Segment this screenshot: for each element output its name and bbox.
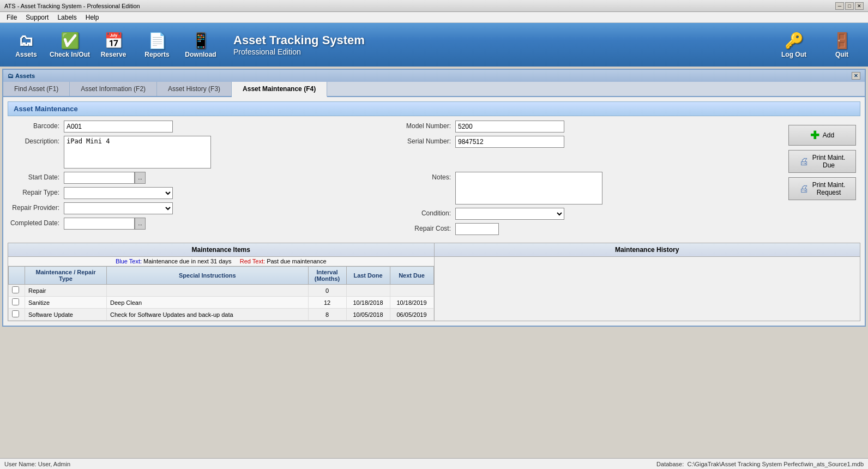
maintenance-legend: Blue Text: Maintenance due in next 31 da… [8,257,434,266]
content-area: Asset Maintenance Barcode: Model Number: [3,97,865,326]
row2-instructions-cell: Deep Clean [107,297,309,309]
logout-icon: 🔑 [785,32,804,50]
toolbar-download-button[interactable]: 📱 Download [179,25,222,64]
serial-number-row: Serial Number: [399,136,780,148]
menu-labels[interactable]: Labels [53,13,81,22]
close-button[interactable]: ✕ [855,2,864,10]
app-title: ATS - Asset Tracking System - Profession… [4,3,140,9]
maintenance-history-header: Maintenance History [435,243,860,257]
notes-row: Notes: [399,172,780,205]
start-date-input[interactable] [64,172,135,184]
condition-row: Condition: [399,208,780,220]
print-maint-due-label: Print Maint.Due [812,154,846,169]
maintenance-items-header: Maintenance Items [8,243,434,257]
minimize-button[interactable]: ─ [835,2,844,10]
tab-asset-information[interactable]: Asset Information (F2) [70,82,157,96]
window-close-button[interactable]: ✕ [852,72,860,80]
tab-find-asset[interactable]: Find Asset (F1) [3,82,70,96]
completed-date-input[interactable] [64,218,135,230]
blue-legend-label: Blue Text: [116,258,142,264]
row3-nextdue-cell: 06/05/2019 [390,309,433,321]
col-header-interval: Interval (Months) [308,267,346,285]
print-maint-due-button[interactable]: 🖨 Print Maint.Due [788,150,856,173]
completed-date-picker-button[interactable]: ... [135,218,146,230]
toolbar-logout-button[interactable]: 🔑 Log Out [772,25,816,64]
model-number-input[interactable] [455,121,564,133]
start-date-picker-button[interactable]: ... [135,172,146,184]
toolbar-quit-label: Quit [835,51,848,58]
row3-type-cell: Software Update [25,309,107,321]
form-left-1: Barcode: [8,121,388,136]
start-date-group: ... [64,172,146,184]
toolbar-reserve-label: Reserve [101,51,126,58]
barcode-input[interactable] [64,121,173,133]
toolbar-brand: Asset Tracking System Professional Editi… [233,33,365,56]
add-button[interactable]: ✚ Add [788,125,856,146]
serial-number-input[interactable] [455,136,564,148]
row1-checkbox[interactable] [12,286,19,293]
start-date-label: Start Date: [8,172,59,181]
blue-legend-desc: Maintenance due in next 31 days [143,258,231,264]
red-legend-label: Red Text: [240,258,265,264]
repair-provider-select[interactable] [64,202,173,214]
toolbar-assets-button[interactable]: 🗂 Assets [4,25,48,64]
row2-type-cell: Sanitize [25,297,107,309]
upper-content: Barcode: Model Number: [8,121,860,238]
brand-subtitle: Professional Edition [233,47,365,56]
print-maint-request-label: Print Maint.Request [812,181,846,196]
menu-file[interactable]: File [2,13,21,22]
window-title-bar: 🗂 Assets ✕ [3,70,865,82]
col-header-nextdue: Next Due [390,267,433,285]
quit-icon: 🚪 [833,32,852,50]
row3-checkbox[interactable] [12,310,19,317]
toolbar-reports-label: Reports [144,51,169,58]
notes-input[interactable] [455,172,602,205]
print-request-icon: 🖨 [799,183,809,195]
toolbar-quit-button[interactable]: 🚪 Quit [820,25,864,64]
toolbar-reserve-button[interactable]: 📅 Reserve [92,25,135,64]
toolbar-reports-button[interactable]: 📄 Reports [135,25,179,64]
row1-instructions-cell [107,285,309,297]
toolbar-logout-label: Log Out [781,51,806,58]
row3-lastdone-cell: 10/05/2018 [346,309,390,321]
repair-type-select[interactable] [64,187,173,199]
window-title: Assets [15,73,35,79]
menu-support[interactable]: Support [21,13,53,22]
reserve-icon: 📅 [104,32,123,50]
main-window: 🗂 Assets ✕ Find Asset (F1) Asset Informa… [2,69,866,327]
completed-date-row: Completed Date: ... [8,218,388,230]
form-right-2: Serial Number: [388,136,780,172]
repair-cost-input[interactable] [455,223,499,235]
tab-asset-maintenance[interactable]: Asset Maintenance (F4) [232,82,327,97]
toolbar: 🗂 Assets ✅ Check In/Out 📅 Reserve 📄 Repo… [0,23,868,67]
toolbar-checkinout-button[interactable]: ✅ Check In/Out [48,25,92,64]
red-legend-desc: Past due maintenance [267,258,326,264]
row3-instructions-cell: Check for Software Updates and back-up d… [107,309,309,321]
maximize-button[interactable]: □ [845,2,854,10]
row1-check-cell [9,285,25,297]
table-row: Sanitize Deep Clean 12 10/18/2018 10/18/… [9,297,434,309]
window-icon: 🗂 [8,73,14,79]
col-header-instructions: Special Instructions [107,267,309,285]
tab-asset-history[interactable]: Asset History (F3) [157,82,232,96]
action-panel: ✚ Add 🖨 Print Maint.Due 🖨 Print Maint.Re… [784,121,860,238]
row2-nextdue-cell: 10/18/2019 [390,297,433,309]
description-input[interactable]: iPad Mini 4 [64,136,211,169]
col-header-check [9,267,25,285]
row2-checkbox[interactable] [12,298,19,305]
form-left-2: Description: iPad Mini 4 [8,136,388,172]
upper-form: Barcode: Model Number: [8,121,780,238]
print-maint-request-button[interactable]: 🖨 Print Maint.Request [788,177,856,200]
row2-lastdone-cell: 10/18/2018 [346,297,390,309]
repair-type-row: Repair Type: [8,187,388,199]
condition-label: Condition: [399,208,451,217]
condition-select[interactable] [455,208,564,220]
maintenance-items-panel: Maintenance Items Blue Text: Maintenance… [8,243,435,321]
serial-number-label: Serial Number: [399,136,451,145]
menu-help[interactable]: Help [81,13,104,22]
download-icon: 📱 [191,32,210,50]
form-right-3: Notes: Condition: Repair Cost: [388,172,780,238]
reports-icon: 📄 [148,32,167,50]
repair-type-label: Repair Type: [8,187,59,196]
row2-check-cell [9,297,25,309]
